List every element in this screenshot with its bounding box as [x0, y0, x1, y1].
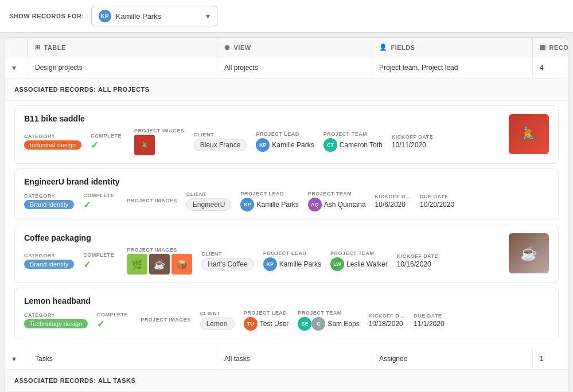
associated-projects-label: ASSOCIATED RECORDS: All Projects — [14, 86, 150, 93]
project-card-1: EngineerU brand identity CATEGORY Brand … — [14, 168, 559, 220]
checkmark-2: ✓ — [83, 259, 118, 270]
project-title-3: Lemon headband — [24, 296, 549, 305]
header-table: ⊞ TABLE — [28, 38, 217, 57]
team-avatar-1: AQ — [308, 198, 322, 211]
lead-avatar-2: KP — [263, 257, 277, 271]
checkmark-3: ✓ — [97, 319, 131, 330]
complete-group-1: COMPLETE ✓ — [83, 193, 118, 210]
lead-avatar-3: TU — [244, 317, 258, 331]
expand-cell-2[interactable]: ▾ — [5, 348, 28, 369]
data-row-1: ▾ Design projects All projects Project t… — [5, 57, 568, 79]
team-group-2: PROJECT TEAM LW Leslie Walker — [330, 250, 388, 271]
category-group-3: CATEGORY Technology design — [24, 312, 88, 328]
view-name-cell-1: All projects — [217, 57, 372, 78]
project-fields-0: CATEGORY Industrial design COMPLETE ✓ PR… — [24, 128, 502, 155]
kickoff-group-2: KICKOFF DATE 10/16/2020 — [397, 253, 438, 268]
table-wrapper: ⊞ TABLE ◉ VIEW 👤 FIELDS ▦ RECORDS ▾ Desi… — [5, 37, 568, 392]
records-icon: ▦ — [540, 44, 546, 51]
view-icon: ◉ — [224, 44, 231, 51]
client-badge-1: EngineerU — [186, 198, 232, 211]
images-group-0: PROJECT IMAGES 🚴 — [134, 128, 185, 155]
expand-cell-1[interactable]: ▾ — [5, 57, 28, 78]
associated-projects-section: ASSOCIATED RECORDS: All Projects — [5, 79, 568, 101]
team-group-1: PROJECT TEAM AQ Ash Quintana — [308, 191, 366, 211]
header-records: ▦ RECORDS — [533, 38, 568, 57]
images-group-1: PROJECT IMAGES — [127, 198, 177, 205]
main-container: ⊞ TABLE ◉ VIEW 👤 FIELDS ▦ RECORDS ▾ Desi… — [0, 33, 573, 392]
team-avatar-3a: SE — [298, 317, 311, 331]
client-badge-3: Lemon — [200, 317, 235, 330]
kickoff-group-1: KICKOFF D... 10/6/2020 — [375, 194, 411, 209]
category-badge-3: Technology design — [24, 319, 88, 328]
project-card-image-0: 🚴 — [509, 114, 549, 154]
project-fields-2: CATEGORY Brand identity COMPLETE ✓ PROJE… — [24, 247, 502, 275]
thumbs-2: 🌿 ☕ 📦 — [127, 254, 192, 275]
team-avatar-2: LW — [330, 257, 344, 271]
associated-tasks-section: ASSOCIATED RECORDS: All Tasks — [5, 370, 568, 392]
project-cards: B11 bike saddle CATEGORY Industrial desi… — [5, 101, 568, 348]
fields-cell-1: Project team, Project lead — [372, 57, 533, 78]
thumb-2b: ☕ — [149, 254, 170, 275]
category-group-1: CATEGORY Brand identity — [24, 193, 74, 209]
show-records-label: SHOW RECORDS FOR: — [9, 13, 84, 19]
view-name-cell-2: All tasks — [217, 348, 372, 369]
project-fields-1: CATEGORY Brand identity COMPLETE ✓ PROJE… — [24, 191, 549, 211]
images-group-2: PROJECT IMAGES 🌿 ☕ 📦 — [127, 247, 192, 275]
project-info-2: Coffee packaging CATEGORY Brand identity… — [24, 233, 502, 275]
chevron-down-icon: ▾ — [206, 11, 210, 21]
project-title-1: EngineerU brand identity — [24, 177, 549, 186]
project-info-0: B11 bike saddle CATEGORY Industrial desi… — [24, 114, 502, 155]
client-group-3: CLIENT Lemon — [200, 311, 235, 330]
header-row: ⊞ TABLE ◉ VIEW 👤 FIELDS ▦ RECORDS — [5, 38, 568, 57]
checkmark-1: ✓ — [83, 199, 118, 210]
kickoff-group-3: KICKOFF D... 10/18/2020 — [369, 313, 405, 328]
lead-group-3: PROJECT LEAD TU Test User — [244, 310, 289, 331]
client-group-1: CLIENT EngineerU — [186, 191, 232, 211]
complete-group-2: COMPLETE ✓ — [83, 252, 118, 270]
images-group-3: PROJECT IMAGES — [141, 317, 191, 324]
project-card-2: Coffee packaging CATEGORY Brand identity… — [14, 225, 559, 283]
project-title-0: B11 bike saddle — [24, 114, 502, 123]
category-group-0: CATEGORY Industrial design — [24, 134, 81, 150]
thumbs-0: 🚴 — [134, 135, 185, 155]
top-bar: SHOW RECORDS FOR: KP Kamille Parks ▾ — [0, 0, 573, 33]
thumb-2a: 🌿 — [127, 254, 147, 275]
team-avatar-3b: C — [311, 317, 325, 331]
records-cell-2: 1 — [533, 348, 568, 369]
client-badge-2: Hart's Coffee — [201, 258, 254, 271]
team-group-0: PROJECT TEAM CT Cameron Toth — [323, 131, 383, 152]
project-card-3: Lemon headband CATEGORY Technology desig… — [14, 288, 559, 339]
client-group-0: CLIENT Bleux France — [194, 132, 247, 151]
table-name-cell-1: Design projects — [28, 57, 217, 78]
due-group-3: DUE DATE 11/1/2020 — [414, 313, 448, 328]
team-avatar-0: CT — [323, 138, 337, 152]
due-group-1: DUE DATE 10/20/2020 — [420, 194, 454, 209]
lead-group-2: PROJECT LEAD KP Kamille Parks — [263, 250, 321, 271]
project-fields-3: CATEGORY Technology design COMPLETE ✓ PR… — [24, 310, 549, 331]
thumb-0: 🚴 — [134, 135, 155, 155]
lead-avatar-1: KP — [240, 198, 254, 211]
expand-button-2[interactable]: ▾ — [12, 354, 16, 363]
category-badge-0: Industrial design — [24, 140, 81, 150]
fields-icon: 👤 — [379, 44, 388, 51]
lead-group-1: PROJECT LEAD KP Kamille Parks — [240, 191, 298, 211]
user-select-dropdown[interactable]: KP Kamille Parks ▾ — [91, 6, 217, 26]
fields-cell-2: Assignee — [372, 348, 533, 369]
checkmark-0: ✓ — [91, 140, 125, 151]
header-expand — [5, 38, 28, 57]
lead-group-0: PROJECT LEAD KP Kamille Parks — [256, 131, 314, 152]
category-badge-1: Brand identity — [24, 200, 74, 209]
complete-group-0: COMPLETE ✓ — [91, 133, 125, 151]
records-cell-1: 4 — [533, 57, 568, 78]
category-group-2: CATEGORY Brand identity — [24, 253, 74, 269]
selected-user-name: Kamille Parks — [116, 12, 201, 21]
associated-tasks-label: ASSOCIATED RECORDS: All Tasks — [14, 377, 135, 384]
client-badge-0: Bleux France — [194, 139, 247, 151]
expand-button-1[interactable]: ▾ — [12, 63, 16, 72]
complete-group-3: COMPLETE ✓ — [97, 312, 131, 330]
client-group-2: CLIENT Hart's Coffee — [201, 251, 254, 271]
project-title-2: Coffee packaging — [24, 233, 502, 242]
table-icon: ⊞ — [35, 44, 41, 51]
kickoff-group-0: KICKOFF DATE 10/11/2020 — [392, 134, 433, 149]
user-avatar: KP — [99, 10, 111, 22]
